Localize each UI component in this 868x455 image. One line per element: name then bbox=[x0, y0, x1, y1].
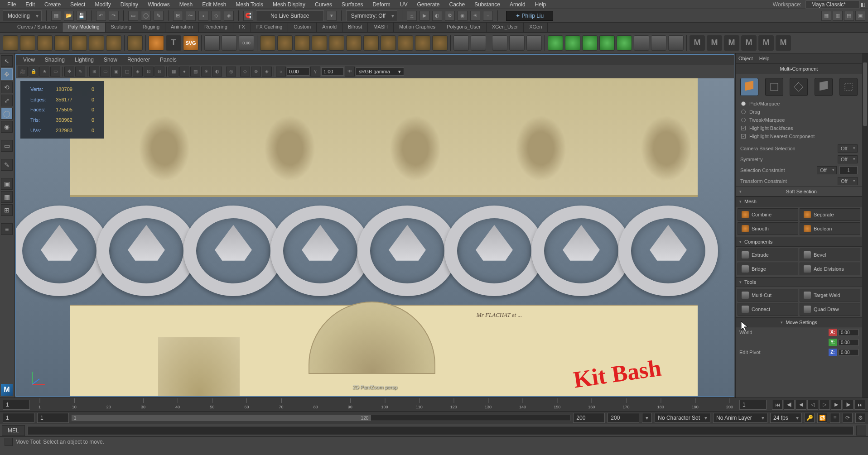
step-back-key-button[interactable]: ◀| bbox=[784, 400, 795, 410]
shelf-tab-curves[interactable]: Curves / Surfaces bbox=[12, 23, 63, 32]
separate-button[interactable]: Separate bbox=[800, 208, 860, 221]
snap-grid-icon[interactable]: ⊞ bbox=[173, 11, 183, 21]
shelf-tab-custom[interactable]: Custom bbox=[288, 23, 317, 32]
select-mode-icon[interactable]: ▭ bbox=[128, 11, 138, 21]
paint-tool-icon[interactable]: ▭ bbox=[1, 140, 13, 152]
vp-select-camera-icon[interactable]: 🎥 bbox=[18, 67, 28, 77]
quad-draw-button[interactable]: Quad Draw bbox=[800, 303, 860, 316]
menu-meshdisplay[interactable]: Mesh Display bbox=[268, 0, 310, 9]
panel-layout-1-icon[interactable]: ▦ bbox=[821, 11, 831, 21]
vp-film-gate-icon[interactable]: ▭ bbox=[100, 67, 110, 77]
snap-plane-icon[interactable]: ◇ bbox=[211, 11, 221, 21]
smooth-button[interactable]: Smooth bbox=[738, 222, 798, 235]
shelf-tab-xgen[interactable]: XGen bbox=[524, 23, 548, 32]
vp-2d-pan-icon[interactable]: ✥ bbox=[64, 67, 74, 77]
menu-generate[interactable]: Generate bbox=[412, 0, 444, 9]
go-start-button[interactable]: ⏮ bbox=[772, 400, 783, 410]
menu-cache[interactable]: Cache bbox=[444, 0, 469, 9]
object-mode-icon[interactable] bbox=[740, 78, 758, 96]
poly-boolean-icon[interactable] bbox=[398, 35, 413, 51]
live-surface-field[interactable]: No Live Surface bbox=[256, 10, 324, 21]
poly-quadrangulate-icon[interactable] bbox=[381, 35, 396, 51]
range-start-in[interactable]: 1 bbox=[37, 413, 69, 423]
menu-help[interactable]: Help bbox=[530, 0, 551, 9]
vp-light-icon[interactable]: ☀ bbox=[201, 67, 211, 77]
vp-textured-icon[interactable]: ▨ bbox=[190, 67, 200, 77]
shelf-tab-bifrost[interactable]: Bifrost bbox=[342, 23, 368, 32]
vp-shadow-icon[interactable]: ◐ bbox=[212, 67, 222, 77]
menu-windows[interactable]: Windows bbox=[143, 0, 174, 9]
viewport-3d[interactable]: Mr FLACHAT et ... Kit Bash Verts:1807090… bbox=[16, 78, 734, 396]
poly-insertedge-icon[interactable] bbox=[617, 35, 632, 51]
vp-lock-camera-icon[interactable]: 🔒 bbox=[29, 67, 39, 77]
layout-4view-icon[interactable]: ▦ bbox=[1, 191, 13, 203]
fps-dropdown[interactable]: 24 fps bbox=[770, 413, 802, 423]
menu-create[interactable]: Create bbox=[40, 0, 65, 9]
layout-custom-icon[interactable]: ⊞ bbox=[1, 204, 13, 216]
step-fwd-key-button[interactable]: |▶ bbox=[843, 400, 854, 410]
poly-disc-icon[interactable] bbox=[106, 35, 121, 51]
vp-xray-joints-icon[interactable]: ⊗ bbox=[251, 67, 261, 77]
ipr-icon[interactable]: ◐ bbox=[432, 11, 442, 21]
tweak-marquee-radio[interactable] bbox=[741, 118, 746, 122]
mtk-scrollbar[interactable] bbox=[862, 53, 868, 398]
view-menu-panels[interactable]: Panels bbox=[155, 56, 181, 64]
time-ruler[interactable]: 1102030405060708090100110120130140150160… bbox=[33, 398, 737, 411]
shelf-tab-animation[interactable]: Animation bbox=[165, 23, 199, 32]
poly-connect-icon[interactable]: 0.00 bbox=[239, 35, 254, 51]
axis-y-value[interactable]: 0.00 bbox=[839, 339, 858, 346]
range-slider[interactable]: 1 120 bbox=[72, 415, 570, 421]
sel-constraint-dropdown[interactable]: Off bbox=[817, 166, 837, 174]
menu-mesh[interactable]: Mesh bbox=[175, 0, 197, 9]
workspace-selector[interactable]: Maya Classic* bbox=[805, 0, 860, 9]
view-menu-renderer[interactable]: Renderer bbox=[123, 56, 154, 64]
custom-m1-icon[interactable]: M bbox=[690, 35, 705, 51]
shelf-tab-fxcaching[interactable]: FX Caching bbox=[251, 23, 288, 32]
axis-x-value[interactable]: 0.00 bbox=[839, 329, 858, 336]
poly-triangulate-icon[interactable] bbox=[363, 35, 379, 51]
vp-gate-mask-icon[interactable]: ◫ bbox=[122, 67, 132, 77]
poly-plane-icon[interactable] bbox=[89, 35, 104, 51]
vp-field-chart-icon[interactable]: ◈ bbox=[133, 67, 143, 77]
highlight-backfaces-check[interactable] bbox=[741, 126, 746, 130]
poly-platonic-icon[interactable] bbox=[127, 35, 143, 51]
sync-icon[interactable]: ⟳ bbox=[843, 413, 853, 423]
tools-section[interactable]: Tools bbox=[736, 277, 862, 287]
current-frame-left[interactable]: 1 bbox=[3, 400, 30, 410]
menu-arnold[interactable]: Arnold bbox=[505, 0, 530, 9]
view-menu-view[interactable]: View bbox=[19, 56, 39, 64]
poly-connect2-icon[interactable] bbox=[565, 35, 580, 51]
rotate-tool-icon[interactable]: ⟲ bbox=[1, 81, 13, 93]
uv-mode-icon[interactable] bbox=[839, 78, 858, 96]
outliner-toggle-icon[interactable]: ≡ bbox=[1, 223, 13, 235]
poly-fill-icon[interactable] bbox=[415, 35, 430, 51]
vp-grid-icon[interactable]: ⊞ bbox=[89, 67, 99, 77]
menu-display[interactable]: Display bbox=[116, 0, 143, 9]
vp-view-transform-select[interactable]: sRGB gamma bbox=[356, 67, 404, 76]
menu-surfaces[interactable]: Surfaces bbox=[337, 0, 367, 9]
pick-marquee-radio[interactable] bbox=[741, 101, 746, 106]
vp-image-plane-icon[interactable]: ▭ bbox=[50, 67, 60, 77]
script-editor-icon[interactable] bbox=[856, 426, 866, 436]
world-space-label[interactable]: World bbox=[739, 330, 827, 335]
poly-bridge-icon[interactable] bbox=[492, 35, 507, 51]
custom-m3-icon[interactable]: M bbox=[724, 35, 739, 51]
account-user[interactable]: ✦ Philip Liu bbox=[506, 11, 553, 21]
scale-tool-icon[interactable]: ⤢ bbox=[1, 95, 13, 106]
range-menu-icon[interactable]: ▾ bbox=[642, 413, 652, 423]
poly-create-icon[interactable] bbox=[599, 35, 615, 51]
move-settings-section[interactable]: Move Settings bbox=[736, 317, 862, 327]
shelf-tab-motiongraphics[interactable]: Motion Graphics bbox=[394, 23, 441, 32]
range-end[interactable]: 200 bbox=[608, 413, 639, 423]
vp-isolate-icon[interactable]: ◎ bbox=[226, 67, 236, 77]
vp-safe-title-icon[interactable]: ⊟ bbox=[154, 67, 164, 77]
poly-slide-icon[interactable] bbox=[651, 35, 666, 51]
snap-point-icon[interactable]: • bbox=[198, 11, 208, 21]
poly-cube-icon[interactable] bbox=[20, 35, 35, 51]
vertex-mode-icon[interactable] bbox=[765, 78, 783, 96]
multi-component-header[interactable]: Multi-Component bbox=[736, 63, 862, 74]
target-weld-button[interactable]: Target Weld bbox=[800, 289, 860, 302]
vp-res-gate-icon[interactable]: ▣ bbox=[111, 67, 121, 77]
render-settings-icon[interactable]: ⚙ bbox=[445, 11, 455, 21]
custom-m6-icon[interactable]: M bbox=[776, 35, 791, 51]
